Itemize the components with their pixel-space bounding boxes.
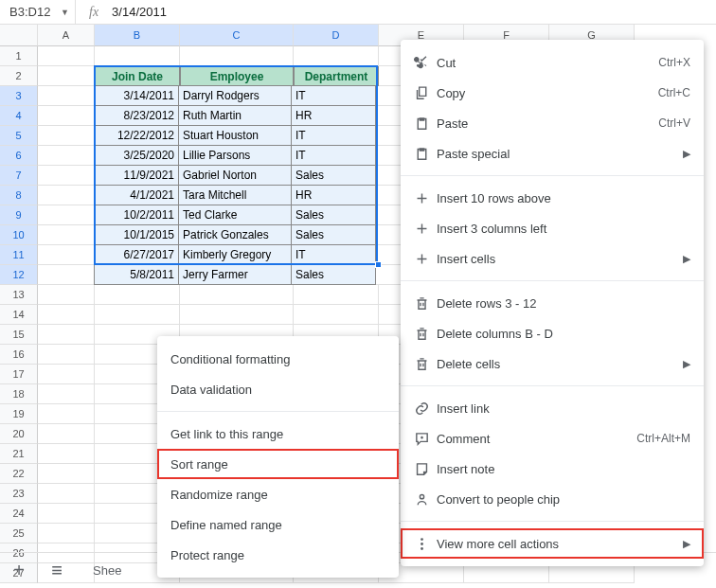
menu-item-view-more-cell-actions[interactable]: View more cell actions▶: [401, 528, 704, 559]
row-header-24[interactable]: 24: [0, 504, 38, 524]
cell-D10[interactable]: Sales: [291, 224, 376, 245]
add-sheet-button[interactable]: +: [0, 560, 38, 581]
cell-A2[interactable]: [38, 66, 95, 86]
column-header-C[interactable]: C: [180, 25, 294, 46]
cell-C5[interactable]: Stuart Houston: [178, 125, 292, 146]
row-header-3[interactable]: 3: [0, 86, 38, 106]
cell-A7[interactable]: [38, 166, 95, 186]
menu-item-paste-special[interactable]: Paste special▶: [401, 138, 704, 169]
row-header-14[interactable]: 14: [0, 305, 38, 325]
cell-A5[interactable]: [38, 126, 95, 146]
cell-B8[interactable]: 4/1/2021: [94, 185, 179, 205]
menu-item-conditional-formatting[interactable]: Conditional formatting: [157, 344, 399, 374]
formula-bar[interactable]: 3/14/2011: [112, 5, 167, 19]
cell-B14[interactable]: [95, 305, 180, 325]
cell-D14[interactable]: [294, 305, 379, 325]
row-header-9[interactable]: 9: [0, 205, 38, 225]
column-header-D[interactable]: D: [294, 25, 379, 46]
cell-C13[interactable]: [180, 285, 294, 305]
all-sheets-button[interactable]: ≡: [38, 560, 76, 581]
menu-item-protect-range[interactable]: Protect range: [157, 540, 399, 570]
select-all-corner[interactable]: [0, 25, 38, 46]
menu-item-paste[interactable]: PasteCtrl+V: [401, 108, 704, 138]
cell-C10[interactable]: Patrick Gonzales: [178, 224, 292, 245]
row-header-6[interactable]: 6: [0, 146, 38, 166]
row-header-2[interactable]: 2: [0, 66, 38, 86]
row-header-21[interactable]: 21: [0, 444, 38, 464]
cell-A8[interactable]: [38, 186, 95, 205]
cell-A4[interactable]: [38, 106, 95, 126]
cell-A10[interactable]: [38, 225, 95, 245]
row-header-19[interactable]: 19: [0, 404, 38, 424]
cell-C7[interactable]: Gabriel Norton: [178, 165, 292, 186]
row-header-20[interactable]: 20: [0, 424, 38, 444]
row-header-17[interactable]: 17: [0, 365, 38, 384]
cell-C4[interactable]: Ruth Martin: [178, 105, 292, 126]
cell-A23[interactable]: [38, 484, 95, 504]
sheet-tab[interactable]: Shee: [76, 563, 138, 578]
cell-A25[interactable]: [38, 524, 95, 543]
menu-item-copy[interactable]: CopyCtrl+C: [401, 78, 704, 108]
menu-item-randomize-range[interactable]: Randomize range: [157, 479, 399, 509]
cell-B2[interactable]: Join Date: [95, 66, 180, 86]
row-header-23[interactable]: 23: [0, 484, 38, 504]
cell-A22[interactable]: [38, 464, 95, 484]
cell-A19[interactable]: [38, 404, 95, 424]
cell-A15[interactable]: [38, 325, 95, 345]
menu-item-define-named-range[interactable]: Define named range: [157, 509, 399, 540]
row-header-7[interactable]: 7: [0, 166, 38, 186]
cell-D4[interactable]: HR: [291, 105, 376, 126]
cell-A14[interactable]: [38, 305, 95, 325]
cell-A13[interactable]: [38, 285, 95, 305]
cell-B13[interactable]: [95, 285, 180, 305]
cell-B7[interactable]: 11/9/2021: [94, 165, 179, 186]
menu-item-insert-cells[interactable]: Insert cells▶: [401, 243, 704, 274]
menu-item-insert-10-rows-above[interactable]: Insert 10 rows above: [401, 183, 704, 213]
cell-A3[interactable]: [38, 86, 95, 106]
menu-item-delete-columns-b-d[interactable]: Delete columns B - D: [401, 318, 704, 348]
cell-A21[interactable]: [38, 444, 95, 464]
cell-D2[interactable]: Department: [294, 66, 379, 86]
menu-item-sort-range[interactable]: Sort range: [157, 449, 399, 479]
column-header-B[interactable]: B: [95, 25, 180, 46]
name-box[interactable]: B3:D12 ▼: [0, 0, 76, 24]
cell-A18[interactable]: [38, 384, 95, 404]
cell-C9[interactable]: Ted Clarke: [178, 205, 292, 225]
menu-item-comment[interactable]: CommentCtrl+Alt+M: [401, 423, 704, 454]
cell-C8[interactable]: Tara Mitchell: [178, 185, 292, 205]
menu-item-data-validation[interactable]: Data validation: [157, 374, 399, 404]
cell-B5[interactable]: 12/22/2012: [94, 125, 179, 146]
cell-D12[interactable]: Sales: [291, 264, 376, 285]
row-header-22[interactable]: 22: [0, 464, 38, 484]
cell-B12[interactable]: 5/8/2011: [94, 264, 179, 285]
cell-D9[interactable]: Sales: [291, 205, 376, 225]
cell-B9[interactable]: 10/2/2011: [94, 205, 179, 225]
cell-D6[interactable]: IT: [291, 145, 376, 166]
cell-C2[interactable]: Employee: [180, 66, 294, 86]
cell-D7[interactable]: Sales: [291, 165, 376, 186]
cell-B11[interactable]: 6/27/2017: [94, 244, 179, 265]
cell-C3[interactable]: Darryl Rodgers: [178, 85, 292, 106]
cell-C1[interactable]: [180, 46, 294, 66]
cell-D5[interactable]: IT: [291, 125, 376, 146]
row-header-8[interactable]: 8: [0, 186, 38, 205]
cell-A6[interactable]: [38, 146, 95, 166]
cell-C11[interactable]: Kimberly Gregory: [178, 244, 292, 265]
cell-B3[interactable]: 3/14/2011: [94, 85, 179, 106]
row-header-13[interactable]: 13: [0, 285, 38, 305]
cell-B4[interactable]: 8/23/2012: [94, 105, 179, 126]
cell-C6[interactable]: Lillie Parsons: [178, 145, 292, 166]
cell-B6[interactable]: 3/25/2020: [94, 145, 179, 166]
cell-D8[interactable]: HR: [291, 185, 376, 205]
row-header-15[interactable]: 15: [0, 325, 38, 345]
cell-D3[interactable]: IT: [291, 85, 376, 106]
row-header-4[interactable]: 4: [0, 106, 38, 126]
cell-D1[interactable]: [294, 46, 379, 66]
cell-A12[interactable]: [38, 265, 95, 285]
menu-item-cut[interactable]: CutCtrl+X: [401, 47, 704, 78]
menu-item-insert-link[interactable]: Insert link: [401, 393, 704, 423]
cell-D11[interactable]: IT: [291, 244, 376, 265]
cell-C14[interactable]: [180, 305, 294, 325]
row-header-10[interactable]: 10: [0, 225, 38, 245]
row-header-5[interactable]: 5: [0, 126, 38, 146]
